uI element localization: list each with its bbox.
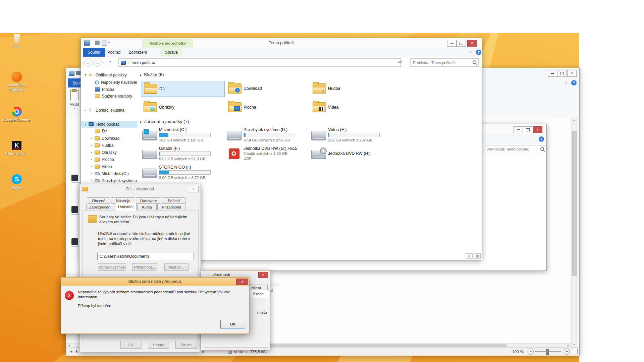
expander-icon[interactable]: ▸ xyxy=(91,179,95,182)
group-header-devices[interactable]: ▴ Zařízení a jednotky (7) xyxy=(140,119,189,124)
drive-tile-g[interactable]: Jednotka DVD RW (G:) FS15 0 bajtů volnýc… xyxy=(226,146,309,163)
help-icon[interactable]: ? xyxy=(539,136,544,142)
paint-minimize-button[interactable] xyxy=(548,70,557,77)
close-button[interactable]: × xyxy=(533,126,542,133)
expander-icon[interactable]: ▾ xyxy=(85,73,89,76)
expander-icon[interactable]: ▸ xyxy=(91,158,95,161)
drive-tile-h[interactable]: Jednotka DVD RW (H:) xyxy=(311,146,393,163)
folder-tile-music[interactable]: ♪ Hudba xyxy=(311,81,393,96)
desktop-icon-skype[interactable]: S Skype xyxy=(1,174,32,190)
search-box[interactable] xyxy=(410,58,479,67)
expander-icon[interactable]: ▸ xyxy=(91,137,95,140)
drive-tile-f[interactable]: Ostatní (F:) 51,2 GB volných z 51,3 GB xyxy=(142,146,224,163)
scrollbar-thumb[interactable] xyxy=(572,131,577,276)
folder-tile-pictures[interactable]: Obrázky xyxy=(142,100,224,115)
tab-customize[interactable]: Přizpůsobit xyxy=(157,204,185,210)
apply-button[interactable]: Použít xyxy=(175,341,197,349)
sidebar-item-favorites[interactable]: ▾ ★ Oblíbené položky xyxy=(81,71,140,78)
paint-maximize-button[interactable] xyxy=(557,70,567,77)
scroll-up-icon[interactable]: ▴ xyxy=(572,118,576,122)
sidebar-item-desktop2[interactable]: ▸ Plocha xyxy=(81,156,146,163)
folder-tile-download[interactable]: ↓ Download xyxy=(226,81,309,96)
drive-tile-i[interactable]: STORE N GO (I:) 3,00 GB volných z 3,72 G… xyxy=(142,165,224,181)
search-input[interactable] xyxy=(412,60,473,65)
ribbon-expand-ic on[interactable]: ˅ xyxy=(469,51,471,54)
expander-icon[interactable]: ▸ xyxy=(91,165,95,168)
minimize-button[interactable] xyxy=(514,126,523,133)
sidebar-item-videos[interactable]: ▸ Videa xyxy=(81,163,146,170)
search-input[interactable] xyxy=(487,147,540,152)
drive-tile-c[interactable]: Místní disk (C:) 102 GB volných z 118 GB xyxy=(142,127,224,144)
ok-button[interactable]: OK xyxy=(120,341,142,349)
fit-to-window-icon[interactable] xyxy=(572,349,578,354)
address-bar[interactable]: › Tento počítač ▾ xyxy=(118,58,401,67)
scroll-right-icon[interactable]: ▸ xyxy=(566,344,570,347)
recent-locations-icon[interactable]: ▾ xyxy=(102,61,104,64)
sidebar-item-rest-of-system[interactable]: ▸ Pro zbytek systému xyxy=(81,177,146,184)
tab-quota[interactable]: Kvóta xyxy=(137,204,157,210)
forward-button[interactable]: → xyxy=(93,59,101,67)
refresh-icon[interactable]: ↻ xyxy=(399,60,402,65)
group-header-folders[interactable]: ▴ Složky (6) xyxy=(140,72,164,77)
scroll-down-icon[interactable]: ▾ xyxy=(572,343,576,346)
search-box[interactable] xyxy=(485,145,546,153)
tab-file[interactable]: Soubor xyxy=(83,48,105,57)
maximize-button[interactable] xyxy=(457,40,466,47)
sidebar-item-thispc[interactable]: ▾ Tento počítač xyxy=(81,121,140,128)
back-button[interactable]: ← xyxy=(84,59,92,67)
drive-tile-d[interactable]: Pro zbytek systému (D:) 97,4 GB volných … xyxy=(226,127,309,144)
close-button[interactable]: × xyxy=(467,40,477,47)
qat-new-folder-icon[interactable] xyxy=(102,41,107,46)
save-icon[interactable] xyxy=(76,71,80,75)
folder-tile-d[interactable]: D:\ xyxy=(142,81,225,97)
up-button[interactable]: ↑ xyxy=(109,59,111,65)
tab-hardware[interactable]: Hardware xyxy=(136,197,161,204)
scroll-left-icon[interactable]: ◂ xyxy=(67,344,71,347)
paste-dropdown-icon[interactable]: ▾ xyxy=(73,107,75,110)
sidebar-item-c-drive[interactable]: ▸ Místní disk (C:) xyxy=(81,170,146,177)
sidebar-item-pictures[interactable]: ▸ Obrázky xyxy=(81,149,146,156)
restore-default-button[interactable]: Obnovit výchozí xyxy=(98,263,126,271)
folder-tile-desktop[interactable]: Plocha xyxy=(226,100,309,115)
expander-icon[interactable]: ▸ xyxy=(91,151,95,154)
desktop-icon-recycle-bin[interactable]: Koš xyxy=(1,34,32,49)
expander-icon[interactable]: ▾ xyxy=(85,123,89,126)
paste-button-label[interactable]: Vložit xyxy=(70,102,79,106)
tab-manage[interactable]: Správa xyxy=(161,48,182,57)
tab-sharing[interactable]: Sdílení xyxy=(162,197,185,204)
collapse-icon[interactable]: ▴ xyxy=(140,73,142,76)
view-thumbnails-button[interactable]: ▦ xyxy=(474,253,481,259)
zoom-slider-thumb[interactable] xyxy=(546,349,549,355)
ribbon-collapse-icon[interactable]: ˄ xyxy=(565,81,567,84)
breadcrumb[interactable]: Tento počítač xyxy=(131,60,155,65)
minimize-button[interactable] xyxy=(447,40,457,47)
find-target-button[interactable]: Najít cíl... xyxy=(164,263,189,271)
paste-icon[interactable] xyxy=(70,90,78,100)
desktop-icon-avast[interactable]: Avast Free Antivirus xyxy=(1,72,32,92)
help-icon[interactable]: ? xyxy=(476,50,481,55)
close-button[interactable]: × xyxy=(258,272,268,278)
tab-view[interactable]: Zobrazení xyxy=(124,48,151,57)
address-dropdown-icon[interactable]: ▾ xyxy=(397,61,398,64)
collapse-icon[interactable]: ▴ xyxy=(140,120,142,123)
location-path-input[interactable] xyxy=(99,254,192,259)
qat-customize-icon[interactable]: ▾ xyxy=(108,41,110,44)
tab-general[interactable]: Obecné xyxy=(87,197,110,204)
close-button[interactable]: × xyxy=(236,279,248,285)
sidebar-item-music[interactable]: ▸ Hudba xyxy=(81,142,146,149)
tab-customize-fragment[interactable]: ůsobit xyxy=(248,290,269,298)
desktop-icon-chrome[interactable]: Google Chrome xyxy=(1,107,32,122)
desktop-icon-killer[interactable]: K Killer Netwo... xyxy=(1,141,32,156)
sidebar-item-homegroup[interactable]: ▸ ⌂ Domácí skupina xyxy=(81,107,140,114)
expander-icon[interactable]: ▸ xyxy=(85,109,89,112)
paint-help-icon[interactable]: ? xyxy=(571,80,577,85)
qat-properties-icon[interactable] xyxy=(95,41,100,45)
view-details-button[interactable]: ≡ xyxy=(466,253,473,259)
contextual-tab-label[interactable]: Nástroje pro jednotky xyxy=(142,39,193,48)
zoom-in-button[interactable]: + xyxy=(564,349,570,355)
maximize-button[interactable] xyxy=(523,126,532,133)
paint-close-button[interactable]: × xyxy=(567,70,577,77)
expander-icon[interactable]: ▸ xyxy=(91,144,95,147)
location-path-field[interactable] xyxy=(97,253,194,260)
close-button[interactable]: × xyxy=(188,186,199,192)
